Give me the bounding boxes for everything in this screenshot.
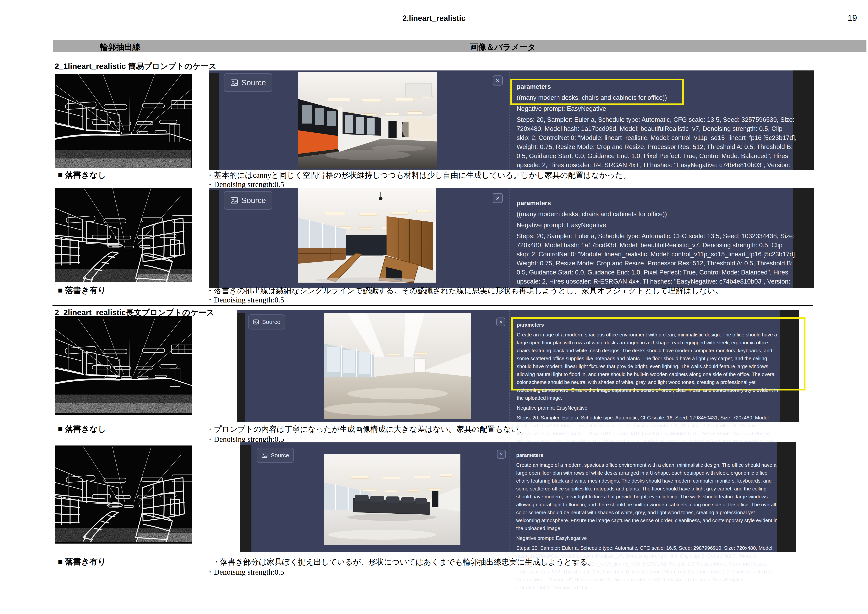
image-icon (253, 319, 259, 325)
generated-image-row2 (298, 188, 436, 282)
webui-panel-row2: Source (209, 188, 814, 288)
parameters-title: parameters (516, 451, 778, 459)
prompt-text: ((many modern desks, chairs and cabinets… (516, 209, 797, 219)
parameters-block-row4: parameters Create an image of a modern, … (516, 451, 778, 594)
webui-panel-row4: Source (240, 442, 796, 552)
panel-left-strip (237, 313, 245, 422)
parameters-block-row1: parameters ((many modern desks, chairs a… (516, 82, 797, 180)
document-page: 2.lineart_realistic 19 輪郭抽出線 画像＆パラメータ 2_… (0, 0, 868, 614)
generated-image-row4 (324, 454, 460, 545)
column-header-bar: 輪郭抽出線 画像＆パラメータ (53, 40, 866, 52)
image-icon (230, 196, 238, 205)
prompt-text: Create an image of a modern, spacious of… (516, 461, 778, 532)
lineart-image-row1 (54, 74, 192, 168)
negative-prompt-text: Negative prompt: EasyNegative (516, 534, 778, 542)
tab-source[interactable]: Source (224, 191, 272, 209)
panel-scroll-divider[interactable] (509, 188, 510, 288)
panel-scroll-divider[interactable] (509, 70, 510, 170)
section-divider (53, 305, 813, 306)
close-button[interactable]: × (496, 318, 505, 326)
panel-scroll-divider[interactable] (510, 442, 510, 552)
row-label-4: ■ 落書き有り (58, 556, 106, 567)
close-icon: × (499, 319, 502, 325)
row-caption-4: ・落書き部分は家具ぽく捉え出しているが、形状についてはあくまでも輪郭抽出線忠実に… (212, 557, 595, 567)
image-icon (262, 452, 268, 459)
generation-details: Steps: 20, Sampler: Euler a, Schedule ty… (516, 115, 797, 178)
row-denoising-4: ・Denoising strength:0.5 (206, 567, 284, 577)
prompt-text: ((many modern desks, chairs and cabinets… (516, 93, 797, 102)
close-icon: × (500, 451, 503, 457)
tab-source[interactable]: Source (257, 448, 294, 463)
generated-image-row1 (298, 72, 437, 169)
panel-right-strip (780, 310, 799, 422)
row-caption-2: ・落書きの抽出線は繊細なシングルラインで認識する。その認識された線に忠実に形状も… (206, 285, 723, 296)
row-label-3: ■ 落書きなし (58, 423, 106, 434)
negative-prompt-text: Negative prompt: EasyNegative (516, 220, 797, 229)
tab-source-label: Source (242, 196, 266, 205)
close-button[interactable]: × (493, 193, 503, 203)
panel-scroll-divider[interactable] (509, 310, 510, 422)
generated-image-row3 (324, 313, 471, 419)
row-denoising-2: ・Denoising strength:0.5 (206, 295, 284, 305)
row-caption-1: ・基本的にはcannyと同じく空間骨格の形状維持しつつも材料は少し自由に生成して… (206, 170, 631, 180)
parameters-block-row3: parameters Create an image of a modern, … (517, 321, 778, 463)
page-title: 2.lineart_realistic (0, 14, 868, 23)
lineart-image-row4 (54, 445, 192, 544)
tab-source-label: Source (242, 78, 266, 87)
lineart-image-row3 (54, 316, 192, 415)
page-number: 19 (848, 13, 857, 23)
image-icon (230, 79, 238, 87)
column-header-left: 輪郭抽出線 (100, 42, 141, 53)
negative-prompt-text: Negative prompt: EasyNegative (516, 104, 797, 113)
webui-panel-row1: Source (209, 70, 814, 170)
tab-source[interactable]: Source (224, 73, 272, 92)
parameters-title: parameters (517, 321, 778, 329)
row-label-2: ■ 落書き有り (58, 285, 106, 296)
close-icon: × (496, 77, 500, 84)
row-label-1: ■ 落書きなし (58, 169, 106, 180)
tab-source-label: Source (262, 319, 281, 325)
close-button[interactable]: × (493, 76, 503, 85)
negative-prompt-text: Negative prompt: EasyNegative (517, 404, 778, 412)
panel-left-strip (240, 445, 251, 552)
generation-details: Steps: 20, Sampler: Euler a, Schedule ty… (516, 544, 778, 592)
panel-right-strip (777, 442, 796, 552)
close-icon: × (496, 194, 500, 202)
tab-source-label: Source (271, 452, 289, 459)
tab-source[interactable]: Source (248, 315, 285, 329)
row-caption-3: ・プロンプトの内容は丁寧になったが生成画像構成に大きな差はない。家具の配置もない… (206, 424, 527, 434)
lineart-image-row2 (54, 188, 192, 282)
panel-left-strip (209, 73, 219, 170)
panel-left-strip (209, 190, 219, 288)
column-header-right: 画像＆パラメータ (470, 42, 536, 53)
prompt-text: Create an image of a modern, spacious of… (517, 331, 778, 402)
parameters-title: parameters (516, 82, 797, 91)
section-heading-1: 2_1lineart_realistic 簡易プロンプトのケース (54, 61, 217, 71)
parameters-block-row2: parameters ((many modern desks, chairs a… (516, 198, 797, 297)
close-button[interactable]: × (497, 450, 506, 459)
parameters-title: parameters (516, 198, 797, 208)
webui-panel-row3: Source (237, 310, 799, 422)
